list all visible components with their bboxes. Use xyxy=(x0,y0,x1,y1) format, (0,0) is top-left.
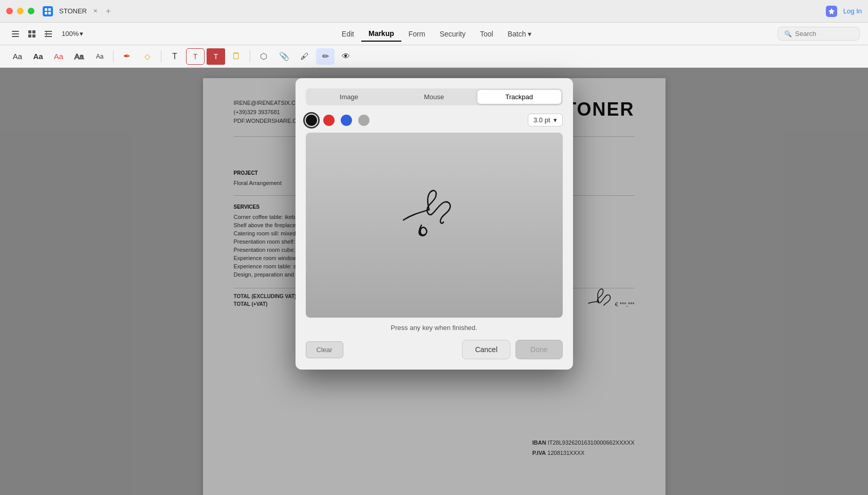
tab-title: STONER xyxy=(59,7,87,15)
pen-tool-btn[interactable]: ✒ xyxy=(118,48,136,65)
tab-mouse[interactable]: Mouse xyxy=(392,90,476,104)
divider-3 xyxy=(250,50,250,63)
svg-rect-5 xyxy=(12,33,19,34)
signature-hint: Press any key when finished. xyxy=(306,324,563,332)
system-icon xyxy=(826,6,837,17)
text-box-btn[interactable]: T xyxy=(186,48,205,65)
close-button[interactable] xyxy=(6,8,13,14)
menu-bar: Edit Markup Form Security Tool Batch ▾ xyxy=(98,26,775,42)
titlebar-right: Log In xyxy=(826,6,862,17)
search-box[interactable]: 🔍 xyxy=(778,27,860,41)
zoom-selector[interactable]: 100% ▾ xyxy=(58,28,87,40)
shape-tool-btn[interactable]: ⬡ xyxy=(254,48,273,65)
svg-rect-10 xyxy=(32,34,35,38)
menu-form[interactable]: Form xyxy=(401,27,433,41)
svg-rect-7 xyxy=(28,30,31,33)
color-blue[interactable] xyxy=(341,115,352,126)
text-outline-btn[interactable]: Aa xyxy=(70,48,88,65)
app-icon xyxy=(43,6,53,16)
sidebar-toggle[interactable] xyxy=(8,27,23,41)
color-red[interactable] xyxy=(323,115,335,126)
done-button: Done xyxy=(515,340,562,359)
svg-rect-13 xyxy=(45,36,52,37)
traffic-lights xyxy=(6,8,34,14)
divider-2 xyxy=(161,50,161,63)
zoom-value: 100% xyxy=(62,30,79,38)
menu-markup[interactable]: Markup xyxy=(361,26,401,42)
signature-drawing xyxy=(362,179,506,271)
signature-actions: Clear Cancel Done xyxy=(306,340,563,359)
svg-rect-12 xyxy=(45,33,52,34)
pt-selector[interactable]: 3.0 pt ▾ xyxy=(528,114,563,126)
tab-add-button[interactable]: + xyxy=(106,7,110,16)
svg-rect-2 xyxy=(45,12,47,14)
zoom-arrow: ▾ xyxy=(80,30,83,38)
eraser-tool-btn[interactable]: ◇ xyxy=(138,48,157,65)
main-area: IRENE@IRENEATSIX.COM (+39)329 3937681 PD… xyxy=(0,68,868,495)
attach-tool-btn[interactable]: 📎 xyxy=(275,48,293,65)
main-toolbar: 100% ▾ Edit Markup Form Security Tool Ba… xyxy=(0,23,868,45)
minimize-button[interactable] xyxy=(17,8,24,14)
text-small-btn[interactable]: Aa xyxy=(90,48,109,65)
text-normal-btn[interactable]: Aa xyxy=(8,48,27,65)
confirm-buttons: Cancel Done xyxy=(462,340,562,359)
color-gray[interactable] xyxy=(358,115,370,126)
list-view-toggle[interactable] xyxy=(41,27,56,41)
search-area: 🔍 xyxy=(778,27,860,41)
svg-rect-4 xyxy=(12,31,19,32)
cancel-button[interactable]: Cancel xyxy=(462,340,510,359)
pt-value: 3.0 pt xyxy=(533,116,550,124)
search-input[interactable] xyxy=(795,30,853,38)
fullscreen-button[interactable] xyxy=(28,8,34,14)
svg-rect-0 xyxy=(45,8,47,11)
search-icon: 🔍 xyxy=(784,30,792,38)
svg-rect-14 xyxy=(46,31,47,37)
text-insert-btn[interactable]: T xyxy=(165,48,184,65)
svg-rect-9 xyxy=(28,34,31,38)
menu-batch[interactable]: Batch ▾ xyxy=(501,27,539,41)
menu-security[interactable]: Security xyxy=(432,27,473,41)
signature-options: 3.0 pt ▾ xyxy=(306,114,563,126)
text-strikeout-btn[interactable]: T xyxy=(207,48,225,65)
menu-edit[interactable]: Edit xyxy=(335,27,361,41)
signature-dialog: Image Mouse Trackpad 3.0 pt ▾ xyxy=(296,78,573,370)
tab-trackpad[interactable]: Trackpad xyxy=(477,90,561,104)
svg-rect-3 xyxy=(48,12,51,14)
signature-canvas-bg xyxy=(306,133,563,318)
pt-chevron: ▾ xyxy=(553,116,557,124)
svg-rect-1 xyxy=(48,8,51,11)
tab-close-button[interactable]: ✕ xyxy=(93,8,98,14)
grid-view-toggle[interactable] xyxy=(25,27,39,41)
titlebar: STONER ✕ + Log In xyxy=(0,0,868,23)
stamp-tool-btn[interactable]: 🖋 xyxy=(296,48,314,65)
view-tool-btn[interactable]: 👁 xyxy=(337,48,355,65)
svg-rect-6 xyxy=(12,36,19,37)
signature-canvas-area[interactable] xyxy=(306,133,563,318)
view-controls: 100% ▾ xyxy=(8,27,87,41)
svg-rect-8 xyxy=(32,30,35,33)
text-bold-btn[interactable]: Aa xyxy=(29,48,47,65)
svg-rect-11 xyxy=(45,31,52,32)
edit-tool-btn[interactable]: ✏ xyxy=(316,48,335,65)
login-button[interactable]: Log In xyxy=(843,7,862,15)
clear-button[interactable]: Clear xyxy=(306,341,343,358)
menu-tool[interactable]: Tool xyxy=(473,27,501,41)
modal-overlay: Image Mouse Trackpad 3.0 pt ▾ xyxy=(0,68,868,495)
tab-image[interactable]: Image xyxy=(307,90,391,104)
color-black[interactable] xyxy=(306,115,317,126)
signature-tabs: Image Mouse Trackpad xyxy=(306,88,563,105)
format-toolbar: Aa Aa Aa Aa Aa ✒ ◇ T T T 🗒 ⬡ 📎 🖋 ✏ 👁 xyxy=(0,45,868,68)
note-tool-btn[interactable]: 🗒 xyxy=(227,48,246,65)
divider-1 xyxy=(113,50,114,63)
text-color-btn[interactable]: Aa xyxy=(49,48,68,65)
